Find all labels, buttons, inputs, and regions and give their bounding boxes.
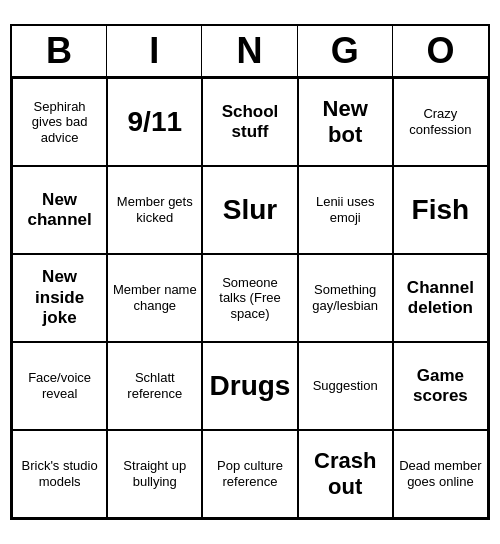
bingo-cell[interactable]: Crash out — [298, 430, 393, 518]
bingo-header: BINGO — [12, 26, 488, 78]
bingo-cell[interactable]: Fish — [393, 166, 488, 254]
bingo-cell[interactable]: Someone talks (Free space) — [202, 254, 297, 342]
bingo-cell[interactable]: Brick's studio models — [12, 430, 107, 518]
bingo-cell[interactable]: New inside joke — [12, 254, 107, 342]
bingo-cell[interactable]: Schlatt reference — [107, 342, 202, 430]
bingo-cell[interactable]: Sephirah gives bad advice — [12, 78, 107, 166]
header-letter: B — [12, 26, 107, 76]
header-letter: G — [298, 26, 393, 76]
bingo-cell[interactable]: Something gay/lesbian — [298, 254, 393, 342]
bingo-cell[interactable]: Crazy confession — [393, 78, 488, 166]
header-letter: I — [107, 26, 202, 76]
bingo-cell[interactable]: Lenii uses emoji — [298, 166, 393, 254]
header-letter: N — [202, 26, 297, 76]
bingo-cell[interactable]: 9/11 — [107, 78, 202, 166]
bingo-board: BINGO Sephirah gives bad advice9/11Schoo… — [10, 24, 490, 520]
bingo-cell[interactable]: Member name change — [107, 254, 202, 342]
bingo-cell[interactable]: Game scores — [393, 342, 488, 430]
bingo-cell[interactable]: Member gets kicked — [107, 166, 202, 254]
bingo-cell[interactable]: School stuff — [202, 78, 297, 166]
bingo-cell[interactable]: Slur — [202, 166, 297, 254]
bingo-cell[interactable]: Straight up bullying — [107, 430, 202, 518]
bingo-cell[interactable]: New channel — [12, 166, 107, 254]
bingo-cell[interactable]: New bot — [298, 78, 393, 166]
bingo-cell[interactable]: Face/voice reveal — [12, 342, 107, 430]
bingo-cell[interactable]: Channel deletion — [393, 254, 488, 342]
bingo-cell[interactable]: Drugs — [202, 342, 297, 430]
bingo-grid: Sephirah gives bad advice9/11School stuf… — [12, 78, 488, 518]
bingo-cell[interactable]: Pop culture reference — [202, 430, 297, 518]
bingo-cell[interactable]: Suggestion — [298, 342, 393, 430]
bingo-cell[interactable]: Dead member goes online — [393, 430, 488, 518]
header-letter: O — [393, 26, 488, 76]
